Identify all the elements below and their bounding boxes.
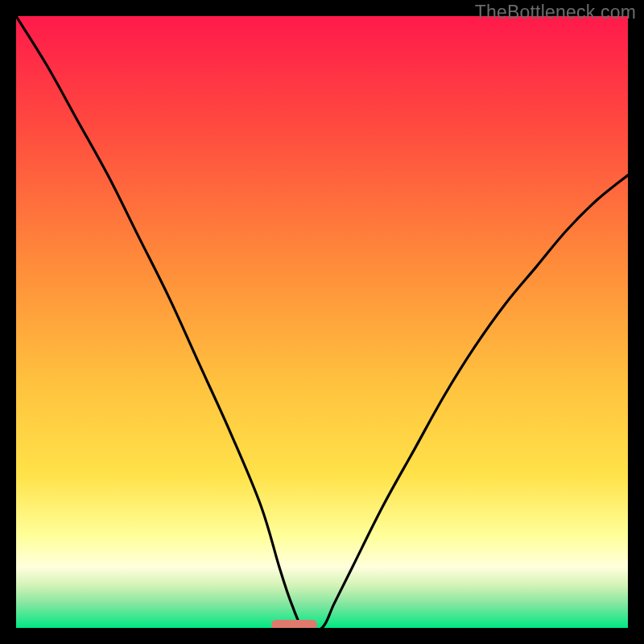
optimal-range-marker <box>271 620 317 628</box>
chart-frame: TheBottleneck.com <box>0 0 644 644</box>
watermark-text: TheBottleneck.com <box>475 2 636 23</box>
bottleneck-curve <box>16 16 628 628</box>
plot-area <box>16 16 628 628</box>
